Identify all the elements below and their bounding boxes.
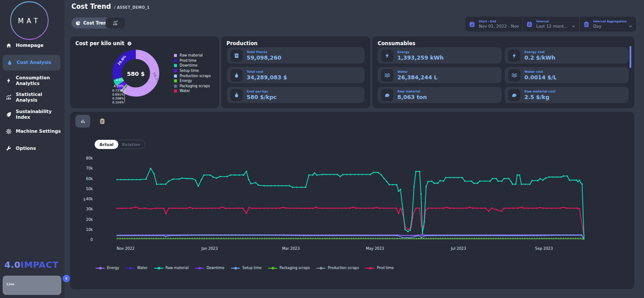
chart-legend-item-production-scraps[interactable]: Production scraps (316, 266, 359, 270)
metric-icon-tile (381, 50, 393, 62)
metric-card-water-cost: Water cost0.0014 $/L (505, 67, 629, 83)
sidebar-item-options[interactable]: Options (0, 145, 64, 153)
metric-icon-tile (508, 69, 520, 82)
production-panel: Production Total Pieces59,098,260Total c… (221, 36, 370, 108)
sidebar-item-machine-settings[interactable]: Machine Settings (0, 128, 64, 135)
metric-card-energy-cost: Energy cost0.2 $/kWh (505, 47, 629, 64)
donut-callout-label: 0.288% (98, 97, 124, 100)
logo-text: MAT (0, 17, 59, 25)
legend-line-sample (268, 268, 277, 269)
chevron-down-icon (628, 24, 633, 28)
chart-legend-item-prod-time[interactable]: Prod time (365, 266, 393, 270)
donut-callout-label: 4.29% (98, 84, 124, 88)
legend-label: Water (180, 89, 190, 93)
donut-legend-item-downtime: Downtime (174, 63, 211, 68)
metric-icon-tile (381, 69, 393, 82)
donut-center-value: 580 $ (117, 71, 154, 77)
control-label: Interval Aggregation (593, 20, 626, 23)
sidebar-item-homepage[interactable]: Homepage (0, 42, 64, 50)
donut-callout-label: 4.6% (98, 78, 124, 82)
chart-legend-item-energy[interactable]: Energy (96, 266, 119, 270)
legend-label: Setup time (242, 266, 262, 270)
metric-label: Total Pieces (247, 50, 281, 54)
control-label: Start - End (479, 20, 519, 23)
waves-icon (384, 72, 390, 78)
raw-material-icon (511, 92, 517, 98)
donut-legend-item-setup-time: Setup time (174, 68, 211, 74)
control-value: Day (593, 24, 626, 28)
series-dots-raw-material (117, 168, 585, 239)
metric-label: Raw material (397, 90, 427, 93)
legend-line-sample (154, 268, 163, 269)
consumables-scrollbar[interactable] (630, 46, 631, 68)
donut-callout-label: 0.104% (98, 101, 124, 104)
donut-legend-item-production-scraps: Production scraps (174, 73, 211, 78)
y-tick-label: 70k (86, 166, 93, 170)
legend-label: Prod time (377, 266, 393, 270)
metric-value: 34,289,083 $ (247, 74, 287, 81)
legend-label: Downtime (180, 64, 198, 67)
metric-value: 8,063 ton (397, 94, 427, 100)
tab-actual[interactable]: Actual (95, 140, 118, 149)
sidebar: MAT HomepageCost AnalysisConsumption Ana… (0, 0, 64, 298)
trend-line-chart: 010k20k30k40k50k60k70k80k$Nov 2022Jan 20… (70, 112, 634, 261)
control-value: Nov 01, 2022 - Now (479, 24, 519, 28)
control-interval[interactable]: IntervalLast 12 mont... (522, 17, 579, 32)
legend-label: Packaging scraps (180, 84, 210, 88)
raw-material-icon (384, 92, 390, 98)
sidebar-item-statistical-analysis[interactable]: Statistical Analysis (0, 93, 64, 101)
breadcrumb: / ASSET_DEMO_1 (114, 6, 149, 10)
legend-label: Production scraps (180, 74, 211, 78)
legend-swatch (174, 74, 177, 78)
metric-card-total-pieces: Total Pieces59,098,260 (227, 47, 364, 64)
brand-logo: 4.0IMPACT (4, 259, 59, 270)
donut-leader-line (124, 88, 125, 102)
bar-chart-arrow-icon (113, 20, 118, 26)
sidebar-item-label: Sustainability Index (16, 109, 62, 120)
app-root: MAT HomepageCost AnalysisConsumption Ana… (0, 0, 644, 298)
x-tick-label: Nov 2022 (117, 246, 134, 251)
main-area: Cost Trend / ASSET_DEMO_1 Cost Trend Sta… (64, 0, 644, 298)
legend-swatch (174, 69, 177, 72)
metric-label: Energy cost (524, 50, 556, 54)
moneybag-icon (7, 60, 13, 66)
chevron-left-icon (64, 277, 68, 280)
chart-legend-item-downtime[interactable]: Downtime (195, 266, 224, 270)
clipboard-icon (583, 21, 590, 28)
control-start-end[interactable]: Start - EndNov 01, 2022 - Now (465, 17, 522, 32)
y-tick-label: 20k (86, 217, 93, 222)
sidebar-item-label: Homepage (16, 43, 43, 48)
box-icon (234, 53, 240, 59)
metric-icon-tile (230, 69, 243, 82)
metric-card-energy: Energy1,393,259 kWh (378, 47, 502, 64)
metric-label: Total cost (247, 70, 287, 74)
statistics-view-button[interactable] (106, 18, 125, 28)
sidebar-collapse-button[interactable] (63, 275, 70, 282)
legend-swatch (174, 85, 177, 88)
consumables-title: Consumables (378, 40, 415, 46)
legend-line-sample (195, 268, 204, 269)
production-title: Production (226, 40, 258, 46)
metric-value: 580 $/kpc (247, 94, 276, 100)
chevron-down-icon (571, 24, 576, 28)
chart-legend-item-raw-material[interactable]: Raw material (154, 266, 189, 270)
sidebar-item-consumption-analytics[interactable]: Consumption Analytics (0, 74, 64, 88)
wrench-icon (6, 145, 12, 152)
legend-label: Raw material (166, 266, 189, 270)
sidebar-item-cost-analysis[interactable]: Cost Analysis (3, 55, 60, 71)
y-tick-label: 10k (86, 227, 93, 232)
sidebar-item-sustainability-index[interactable]: Sustainability Index (0, 110, 64, 118)
legend-label: Prod time (180, 59, 196, 63)
legend-swatch (174, 64, 177, 67)
chart-legend-item-water[interactable]: Water (126, 266, 148, 270)
control-label: Interval (536, 20, 568, 23)
pie-chart-icon (75, 21, 81, 26)
control-interval-aggregation[interactable]: Interval AggregationDay (579, 17, 636, 32)
legend-swatch (174, 59, 177, 62)
calendar-check-icon (469, 21, 475, 28)
date-controls-group: Start - EndNov 01, 2022 - NowIntervalLas… (465, 17, 636, 32)
chart-legend-item-packaging-scraps[interactable]: Packaging scraps (268, 266, 310, 270)
chart-legend-item-setup-time[interactable]: Setup time (231, 266, 262, 270)
metric-card-water: Water26,384,244 L (378, 67, 502, 83)
line-selector-box[interactable]: Line (3, 276, 61, 295)
